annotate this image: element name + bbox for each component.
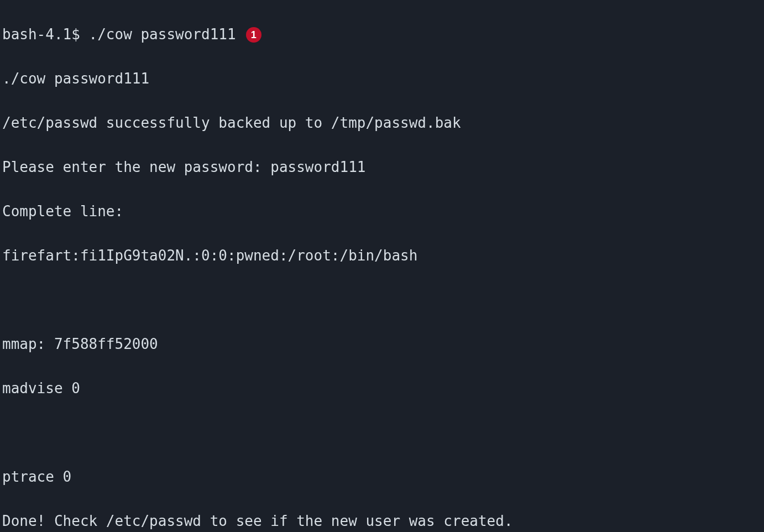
terminal-output[interactable]: bash-4.1$ ./cow password1111 ./cow passw…	[0, 0, 764, 532]
shell-prompt-line: bash-4.1$ ./cow password111	[2, 26, 236, 43]
terminal-line: mmap: 7f588ff52000	[2, 333, 762, 355]
blank-line	[2, 421, 762, 444]
terminal-line: ptrace 0	[2, 466, 762, 488]
terminal-line: Please enter the new password: password1…	[2, 156, 762, 178]
terminal-line: bash-4.1$ ./cow password1111	[2, 23, 762, 45]
annotation-badge-1: 1	[246, 27, 261, 43]
terminal-line: Complete line:	[2, 200, 762, 222]
terminal-line: Done! Check /etc/passwd to see if the ne…	[2, 510, 762, 532]
terminal-line: madvise 0	[2, 377, 762, 399]
terminal-line: ./cow password111	[2, 67, 762, 90]
terminal-line: firefart:fi1IpG9ta02N.:0:0:pwned:/root:/…	[2, 244, 762, 267]
terminal-line: /etc/passwd successfully backed up to /t…	[2, 112, 762, 134]
blank-line	[2, 289, 762, 311]
